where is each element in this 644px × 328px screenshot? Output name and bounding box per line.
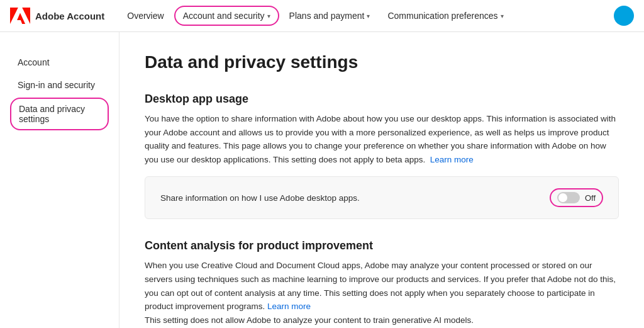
nav-links: Overview Account and security ▾ Plans an… bbox=[119, 6, 609, 26]
sidebar-item-data-privacy[interactable]: Data and privacy settings bbox=[10, 98, 109, 130]
toggle-switch-desktop[interactable] bbox=[557, 192, 580, 203]
nav-item-overview[interactable]: Overview bbox=[119, 7, 171, 25]
brand-name: Adobe Account bbox=[35, 11, 104, 21]
chevron-down-icon: ▾ bbox=[501, 13, 504, 20]
sidebar-item-signin-security[interactable]: Sign-in and security bbox=[10, 75, 109, 95]
toggle-label-desktop: Share information on how I use Adobe des… bbox=[160, 193, 360, 203]
section-desc-content: When you use Creative Cloud and Document… bbox=[145, 259, 619, 327]
svg-marker-1 bbox=[10, 8, 18, 24]
section-title-desktop: Desktop app usage bbox=[145, 93, 619, 106]
avatar[interactable] bbox=[614, 6, 634, 26]
learn-more-link-desktop[interactable]: Learn more bbox=[430, 155, 474, 164]
sidebar-item-account[interactable]: Account bbox=[10, 52, 109, 72]
top-nav: Adobe Account Overview Account and secur… bbox=[0, 0, 644, 32]
chevron-down-icon: ▾ bbox=[267, 13, 270, 20]
section-title-content: Content analysis for product improvement bbox=[145, 239, 619, 252]
section-desktop-app-usage: Desktop app usage You have the option to… bbox=[145, 93, 619, 219]
sidebar: Account Sign-in and security Data and pr… bbox=[0, 32, 119, 328]
adobe-logo-icon bbox=[10, 6, 30, 26]
page-title: Data and privacy settings bbox=[145, 52, 619, 72]
toggle-state-desktop: Off bbox=[585, 193, 596, 203]
nav-item-plans-payment[interactable]: Plans and payment ▾ bbox=[282, 7, 378, 25]
toggle-control-desktop[interactable]: Off bbox=[550, 188, 603, 207]
nav-item-account-security[interactable]: Account and security ▾ bbox=[174, 6, 279, 26]
brand-logo[interactable]: Adobe Account bbox=[10, 6, 104, 26]
learn-more-link-content[interactable]: Learn more bbox=[267, 302, 311, 311]
page-layout: Account Sign-in and security Data and pr… bbox=[0, 32, 644, 328]
toggle-card-desktop: Share information on how I use Adobe des… bbox=[145, 176, 619, 219]
main-content: Data and privacy settings Desktop app us… bbox=[119, 32, 644, 328]
section-desc-desktop: You have the option to share information… bbox=[145, 112, 619, 166]
svg-marker-2 bbox=[17, 13, 25, 25]
nav-item-communication[interactable]: Communication preferences ▾ bbox=[380, 7, 511, 25]
chevron-down-icon: ▾ bbox=[367, 13, 370, 20]
section-content-analysis: Content analysis for product improvement… bbox=[145, 239, 619, 328]
